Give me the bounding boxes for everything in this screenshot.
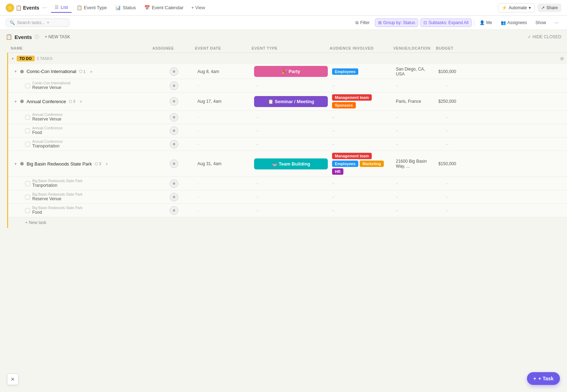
app-title-text: Events bbox=[23, 5, 39, 11]
tab-status[interactable]: 📊 Status bbox=[112, 3, 139, 12]
event-type-pill-team-building[interactable]: 🚌 Team Building bbox=[254, 158, 328, 169]
subtask-name-cell: Comic-Con International Reserve Venue bbox=[11, 81, 153, 90]
expand-icon[interactable]: ▼ bbox=[14, 69, 17, 73]
new-task-row[interactable]: + New task bbox=[8, 217, 567, 228]
task-add-icon[interactable]: + bbox=[79, 99, 82, 104]
avatar[interactable]: ⚙ bbox=[170, 206, 178, 215]
audience-cell: Employees bbox=[330, 68, 394, 75]
group-by-button[interactable]: ⊞ Group by: Status bbox=[375, 18, 418, 27]
subtask-name[interactable]: Reserve Venue bbox=[32, 85, 71, 90]
subtask-checkbox[interactable] bbox=[25, 181, 30, 186]
assignee-cell: ⚙ bbox=[153, 159, 195, 168]
avatar[interactable]: ⚙ bbox=[170, 82, 178, 90]
info-icon[interactable]: ⓘ bbox=[35, 34, 39, 40]
calendar-icon: 📅 bbox=[144, 5, 150, 10]
date-cell: - bbox=[195, 128, 252, 133]
subtasks-button[interactable]: ⊡ Subtasks: Expand All bbox=[420, 18, 472, 27]
subtask-name[interactable]: Transportation bbox=[32, 144, 63, 149]
avatar[interactable]: ⚙ bbox=[170, 97, 178, 106]
subtask-name-cell: Annual Conference Transportation bbox=[11, 140, 153, 149]
tab-list-label: List bbox=[61, 5, 68, 10]
task-add-icon[interactable]: + bbox=[105, 161, 108, 167]
subtask-checkbox[interactable] bbox=[25, 208, 30, 213]
subtask-name[interactable]: Reserve Venue bbox=[32, 117, 63, 122]
col-audience: AUDIENCE INVOLVED bbox=[327, 46, 391, 50]
show-button[interactable]: Show bbox=[532, 18, 549, 27]
share-button[interactable]: ↗ Share bbox=[538, 4, 561, 12]
event-type-cell: – bbox=[252, 208, 330, 213]
task-name[interactable]: Annual Conference bbox=[27, 99, 66, 104]
avatar[interactable]: ⚙ bbox=[170, 127, 178, 135]
close-icon: ✕ bbox=[11, 376, 15, 382]
add-task-fab[interactable]: + + Task bbox=[527, 372, 560, 385]
app-logo: 🌟 bbox=[6, 4, 14, 12]
subtask-icon: ⬡ bbox=[69, 99, 72, 104]
automate-label: Automate bbox=[509, 5, 527, 10]
avatar[interactable]: ⚙ bbox=[170, 193, 178, 201]
audience-badge-sponsors: Sponsors bbox=[332, 102, 356, 108]
subtask-name-cell: Big Basin Redwoods State Park Food bbox=[11, 206, 153, 215]
event-type-pill-seminar[interactable]: 📋 Seminar / Meeting bbox=[254, 96, 328, 107]
expand-icon[interactable]: ▼ bbox=[14, 100, 17, 103]
automate-button[interactable]: ⚡ Automate ▾ bbox=[498, 3, 535, 12]
assignee-cell: ⚙ bbox=[153, 127, 195, 135]
tab-event-type-label: Event Type bbox=[84, 5, 107, 10]
add-view-button[interactable]: + View bbox=[189, 3, 208, 12]
audience-cell: Management team Employees Marketing HR bbox=[330, 153, 394, 175]
subtask-name[interactable]: Food bbox=[32, 210, 83, 215]
subtask-checkbox[interactable] bbox=[25, 195, 30, 200]
avatar[interactable]: ⚙ bbox=[170, 179, 178, 188]
search-box[interactable]: 🔍 Search tasks... ▾ bbox=[6, 18, 69, 27]
avatar[interactable]: ⚙ bbox=[170, 67, 178, 76]
subtask-checkbox[interactable] bbox=[25, 128, 30, 133]
tab-list[interactable]: ☰ List bbox=[51, 2, 71, 13]
task-name[interactable]: Comic-Con International bbox=[27, 69, 76, 74]
assignee-cell: ⚙ bbox=[153, 113, 195, 122]
subtask-checkbox[interactable] bbox=[25, 142, 30, 147]
event-type-cell: 📋 Seminar / Meeting bbox=[252, 96, 330, 107]
avatar[interactable]: ⚙ bbox=[170, 113, 178, 122]
tab-event-type[interactable]: 📋 Event Type bbox=[73, 3, 111, 12]
subtask-name[interactable]: Food bbox=[32, 130, 63, 135]
show-label: Show bbox=[535, 20, 546, 25]
close-button[interactable]: ✕ bbox=[7, 374, 18, 385]
table-row: ▼ Annual Conference ⬡ 3 + ⚙ Aug 17, 4am … bbox=[8, 93, 567, 111]
new-task-button[interactable]: + NEW TASK bbox=[42, 33, 73, 40]
audience-badge-employees: Employees bbox=[332, 68, 358, 75]
subtask-checkbox[interactable] bbox=[25, 83, 30, 88]
budget-cell: – bbox=[436, 142, 450, 147]
assignee-cell: ⚙ bbox=[153, 82, 195, 90]
subtask-name-cell: Annual Conference Reserve Venue bbox=[11, 113, 153, 122]
subtask-name[interactable]: Reserve Venue bbox=[32, 196, 83, 201]
task-name[interactable]: Big Basin Redwoods State Park bbox=[27, 161, 92, 167]
subtask-name-cell: Big Basin Redwoods State Park Reserve Ve… bbox=[11, 192, 153, 201]
venue-cell: – bbox=[394, 83, 436, 88]
avatar[interactable]: ⚙ bbox=[170, 140, 178, 149]
me-button[interactable]: 👤 Me bbox=[476, 18, 495, 27]
group-add-icon[interactable]: ⊕ bbox=[560, 56, 564, 61]
table-row: Annual Conference Transportation ⚙ - – –… bbox=[8, 138, 567, 151]
subtask-name[interactable]: Tranportation bbox=[32, 183, 83, 188]
tab-event-calendar[interactable]: 📅 Event Calendar bbox=[141, 3, 187, 12]
audience-badge-management: Management team bbox=[332, 153, 372, 159]
search-placeholder: Search tasks... bbox=[17, 20, 45, 25]
event-type-pill-party[interactable]: 🎉 Party bbox=[254, 66, 328, 77]
search-chevron: ▾ bbox=[47, 21, 49, 24]
expand-icon[interactable]: ▼ bbox=[14, 162, 17, 166]
assignees-button[interactable]: 👥 Assignees bbox=[498, 18, 530, 27]
assignees-icon: 👥 bbox=[501, 20, 506, 25]
task-add-icon[interactable]: + bbox=[90, 69, 92, 74]
list-header: 📋 Events ⓘ + NEW TASK ✓ HIDE CLOSED bbox=[0, 30, 567, 44]
audience-cell: – bbox=[330, 83, 394, 88]
audience-badge-hr: HR bbox=[332, 168, 343, 175]
more-options-button[interactable]: ··· bbox=[551, 18, 561, 27]
nav-more-dots[interactable]: ··· bbox=[42, 5, 47, 11]
collapse-icon[interactable]: ▼ bbox=[11, 57, 15, 61]
subtask-checkbox[interactable] bbox=[25, 115, 30, 120]
group-header[interactable]: ▼ TO DO 3 TASKS ⊕ bbox=[8, 53, 567, 64]
me-icon: 👤 bbox=[479, 20, 485, 25]
avatar[interactable]: ⚙ bbox=[170, 159, 178, 168]
task-count: 3 TASKS bbox=[37, 56, 52, 61]
filter-button[interactable]: ⧉ Filter bbox=[352, 18, 373, 27]
hide-closed-button[interactable]: ✓ HIDE CLOSED bbox=[528, 34, 561, 39]
